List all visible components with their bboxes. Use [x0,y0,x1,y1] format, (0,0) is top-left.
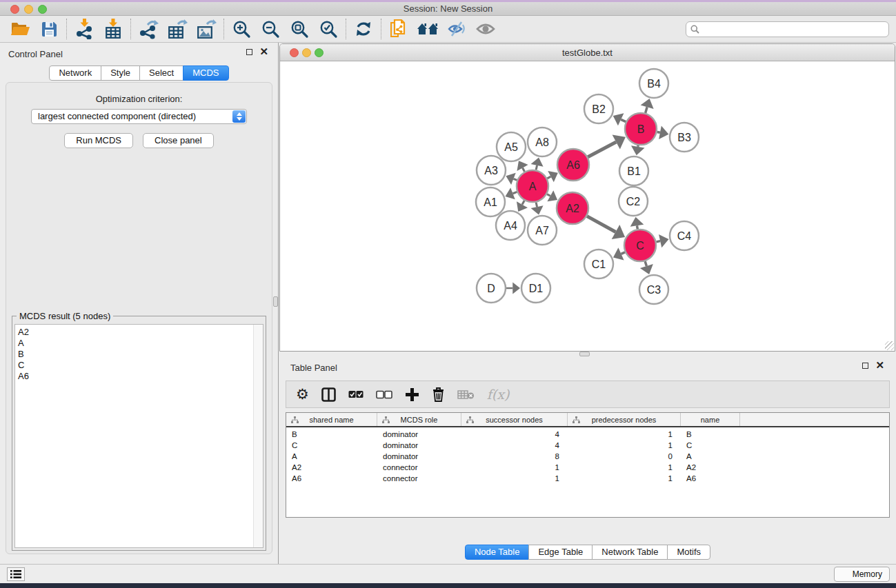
zoom-out-button[interactable] [256,17,285,41]
tab-network[interactable]: Network [49,65,101,81]
tab-style[interactable]: Style [101,65,140,81]
column-header-successor-nodes[interactable]: successor nodes [461,413,568,426]
export-table-icon [167,19,188,39]
column-header-MCDS-role[interactable]: MCDS role [377,413,461,426]
add-column-button[interactable] [405,387,419,402]
run-mcds-button[interactable]: Run MCDS [64,133,133,148]
table-row[interactable]: Adominator80A [286,451,889,462]
graph-edge-B-B3[interactable] [657,132,660,132]
open-session-button[interactable] [6,17,34,41]
graph-node-label: A8 [535,136,549,148]
criterion-dropdown[interactable]: largest connected component (directed) [31,109,247,124]
clone-network-button[interactable] [384,17,413,41]
tab-node-table[interactable]: Node Table [465,545,530,560]
tab-motifs[interactable]: Motifs [667,545,710,560]
deselect-all-button[interactable] [376,390,392,399]
graph-edge-A-A2[interactable] [547,194,550,196]
column-header-predecessor-nodes[interactable]: predecessor nodes [568,413,681,426]
node-table[interactable]: shared nameMCDS rolesuccessor nodesprede… [286,412,890,518]
delete-table-button[interactable] [457,389,475,400]
tab-mcds[interactable]: MCDS [183,65,228,81]
select-all-button[interactable] [348,390,364,398]
graph-edge-C-C1[interactable] [621,252,626,254]
import-network-button[interactable] [70,17,99,41]
graph-edge-A-A8[interactable] [536,165,537,170]
main-toolbar [0,16,896,43]
float-panel-icon[interactable] [862,363,868,369]
zoom-fit-button[interactable] [285,17,314,41]
result-list-item[interactable]: A2 [15,327,263,338]
graph-node-label: A4 [504,220,517,232]
close-panel-button[interactable]: Close panel [143,133,214,148]
zoom-selected-button[interactable] [314,17,343,41]
import-table-button[interactable] [99,17,128,41]
vertical-split-handle[interactable] [273,296,278,307]
task-history-button[interactable] [7,567,25,581]
table-panel: Table Panel ✕ ⚙ [279,357,896,564]
refresh-layout-button[interactable] [349,17,378,41]
tab-select[interactable]: Select [139,65,183,81]
export-network-button[interactable] [134,17,163,41]
delete-columns-button[interactable] [432,387,445,402]
table-cell: A2 [286,462,377,473]
memory-button[interactable]: Memory [834,567,890,582]
home-icon [417,21,439,37]
zoom-fit-icon [290,20,309,39]
graph-node-label: B [637,123,645,135]
resize-grip[interactable] [885,341,894,350]
show-all-button[interactable] [471,17,500,41]
horizontal-split-handle[interactable] [579,352,590,356]
function-builder-button[interactable]: f(x) [487,387,510,402]
result-list-item[interactable]: A6 [15,371,263,382]
graph-edge-A6-B[interactable] [588,142,616,157]
graph-edge-A-A6[interactable] [547,176,550,179]
graph-edge-A-A7[interactable] [536,202,537,207]
graph-edge-C-C3[interactable] [645,261,646,266]
list-icon [10,569,21,579]
graph-edge-A-A4[interactable] [522,201,524,205]
close-panel-icon[interactable]: ✕ [875,362,884,369]
save-session-button[interactable] [34,17,63,41]
graph-edge-A-A3[interactable] [513,179,517,180]
graph-edge-C-C2[interactable] [637,225,638,229]
graph-node-label: B4 [647,78,661,90]
clone-network-icon [389,19,408,39]
table-settings-button[interactable]: ⚙ [296,387,309,401]
graph-edge-A-A1[interactable] [512,192,517,193]
split-view-button[interactable] [321,387,336,402]
tab-edge-table[interactable]: Edge Table [528,545,593,560]
result-scrollbar[interactable] [253,325,263,547]
toolbar-separator [66,19,67,39]
trash-icon [432,387,445,402]
hide-selected-button[interactable] [442,17,471,41]
table-cell: 0 [568,451,681,462]
graph-edge-B-B2[interactable] [621,119,626,121]
mcds-result-list[interactable]: A2ABCA6 [14,324,263,548]
network-canvas[interactable]: B4B2BB3A8A5A6A3B1AC2A1A2A4A7C4CC1C3DD1 [280,61,895,351]
graph-edge-A-A5[interactable] [523,168,525,171]
table-row[interactable]: Bdominator41B [286,429,889,440]
search-input[interactable] [686,21,889,37]
edge-arrowhead [659,234,668,247]
zoom-in-button[interactable] [227,17,256,41]
result-list-item[interactable]: A [15,338,263,349]
table-row[interactable]: A6connector11A6 [286,473,889,484]
table-row[interactable]: A2connector11A2 [286,462,889,473]
column-header-name[interactable]: name [681,413,740,426]
export-image-button[interactable] [192,17,221,41]
table-row[interactable]: Cdominator41C [286,440,889,451]
graph-edge-C-C4[interactable] [656,241,660,242]
tab-network-table[interactable]: Network Table [592,545,668,560]
toolbar-separator [381,19,381,39]
result-list-item[interactable]: C [15,360,263,371]
float-panel-icon[interactable] [246,49,252,55]
export-table-button[interactable] [163,17,192,41]
close-panel-icon[interactable]: ✕ [259,48,268,55]
column-header-shared-name[interactable]: shared name [286,413,377,426]
home-button[interactable] [413,17,442,41]
graph-edge-A2-C[interactable] [587,216,616,232]
result-list-item[interactable]: B [15,349,263,360]
app-window: Session: New Session [0,0,896,588]
graph-edge-B-B4[interactable] [646,107,647,113]
graph-node-label: C3 [647,284,661,296]
